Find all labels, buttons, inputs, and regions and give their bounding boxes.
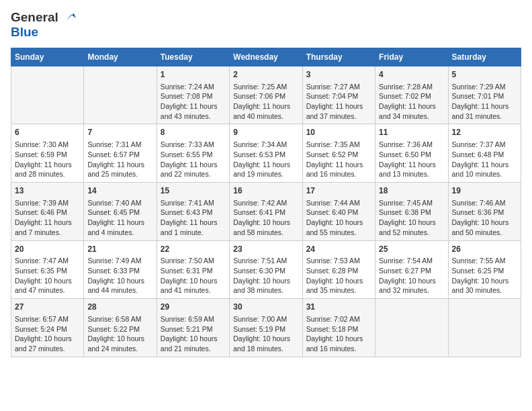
calendar-cell [84,66,157,124]
cell-sun-info: Sunrise: 7:28 AMSunset: 7:02 PMDaylight:… [379,82,444,122]
day-number: 8 [161,127,226,138]
cell-sun-info: Sunrise: 7:45 AMSunset: 6:38 PMDaylight:… [379,198,444,238]
calendar-cell: 5Sunrise: 7:29 AMSunset: 7:01 PMDaylight… [448,66,521,124]
day-number: 26 [452,244,517,255]
day-header-wednesday: Wednesday [230,48,302,66]
calendar-cell: 24Sunrise: 7:53 AMSunset: 6:28 PMDayligh… [302,240,375,299]
day-number: 13 [15,185,80,197]
cell-sun-info: Sunrise: 7:39 AMSunset: 6:46 PMDaylight:… [15,198,80,238]
calendar-cell: 12Sunrise: 7:37 AMSunset: 6:48 PMDayligh… [448,124,521,183]
cell-sun-info: Sunrise: 7:50 AMSunset: 6:31 PMDaylight:… [161,256,226,295]
calendar-week-row: 20Sunrise: 7:47 AMSunset: 6:35 PMDayligh… [11,240,521,299]
day-header-friday: Friday [375,48,448,66]
calendar-cell: 29Sunrise: 6:59 AMSunset: 5:21 PMDayligh… [157,299,229,357]
day-header-saturday: Saturday [448,48,521,66]
day-number: 22 [161,244,226,255]
cell-sun-info: Sunrise: 7:42 AMSunset: 6:41 PMDaylight:… [233,198,298,238]
day-number: 28 [87,302,152,313]
calendar-week-row: 1Sunrise: 7:24 AMSunset: 7:08 PMDaylight… [11,66,521,124]
page-header: General Blue [11,11,521,40]
cell-sun-info: Sunrise: 7:54 AMSunset: 6:27 PMDaylight:… [379,256,444,295]
day-number: 15 [161,185,226,197]
cell-sun-info: Sunrise: 7:00 AMSunset: 5:19 PMDaylight:… [233,314,298,354]
cell-sun-info: Sunrise: 7:31 AMSunset: 6:57 PMDaylight:… [87,140,152,179]
day-number: 17 [306,185,371,197]
calendar-cell: 26Sunrise: 7:55 AMSunset: 6:25 PMDayligh… [448,240,521,299]
cell-sun-info: Sunrise: 7:25 AMSunset: 7:06 PMDaylight:… [233,82,298,122]
calendar-cell: 6Sunrise: 7:30 AMSunset: 6:59 PMDaylight… [11,124,84,183]
cell-sun-info: Sunrise: 6:58 AMSunset: 5:22 PMDaylight:… [87,314,152,354]
cell-sun-info: Sunrise: 7:46 AMSunset: 6:36 PMDaylight:… [452,198,517,238]
day-number: 30 [233,302,298,313]
day-header-tuesday: Tuesday [157,48,229,66]
cell-sun-info: Sunrise: 7:36 AMSunset: 6:50 PMDaylight:… [379,140,444,179]
calendar-cell: 16Sunrise: 7:42 AMSunset: 6:41 PMDayligh… [230,182,302,240]
day-number: 5 [452,69,517,81]
day-number: 27 [15,302,80,313]
day-number: 9 [233,127,298,138]
day-number: 2 [233,69,298,81]
cell-sun-info: Sunrise: 7:33 AMSunset: 6:55 PMDaylight:… [161,140,226,179]
day-number: 14 [87,185,152,197]
calendar-cell: 8Sunrise: 7:33 AMSunset: 6:55 PMDaylight… [157,124,229,183]
day-number: 11 [379,127,444,138]
cell-sun-info: Sunrise: 7:35 AMSunset: 6:52 PMDaylight:… [306,140,371,179]
calendar-cell: 22Sunrise: 7:50 AMSunset: 6:31 PMDayligh… [157,240,229,299]
cell-sun-info: Sunrise: 7:40 AMSunset: 6:45 PMDaylight:… [87,198,152,238]
day-number: 25 [379,244,444,255]
logo-blue: Blue [11,26,79,40]
cell-sun-info: Sunrise: 7:27 AMSunset: 7:04 PMDaylight:… [306,82,371,122]
cell-sun-info: Sunrise: 7:47 AMSunset: 6:35 PMDaylight:… [15,256,80,295]
cell-sun-info: Sunrise: 6:59 AMSunset: 5:21 PMDaylight:… [161,314,226,354]
day-number: 16 [233,185,298,197]
calendar-cell: 13Sunrise: 7:39 AMSunset: 6:46 PMDayligh… [11,182,84,240]
calendar-cell: 25Sunrise: 7:54 AMSunset: 6:27 PMDayligh… [375,240,448,299]
cell-sun-info: Sunrise: 7:41 AMSunset: 6:43 PMDaylight:… [161,198,226,238]
calendar-week-row: 27Sunrise: 6:57 AMSunset: 5:24 PMDayligh… [11,299,521,357]
day-number: 23 [233,244,298,255]
cell-sun-info: Sunrise: 7:37 AMSunset: 6:48 PMDaylight:… [452,140,517,179]
day-number: 12 [452,127,517,138]
day-number: 1 [161,69,226,81]
calendar-cell [375,299,448,357]
day-number: 19 [452,185,517,197]
day-number: 20 [15,244,80,255]
calendar-table: SundayMondayTuesdayWednesdayThursdayFrid… [11,48,521,357]
calendar-week-row: 6Sunrise: 7:30 AMSunset: 6:59 PMDaylight… [11,124,521,183]
calendar-cell [11,66,84,124]
calendar-cell: 15Sunrise: 7:41 AMSunset: 6:43 PMDayligh… [157,182,229,240]
cell-sun-info: Sunrise: 7:29 AMSunset: 7:01 PMDaylight:… [452,82,517,122]
calendar-cell: 14Sunrise: 7:40 AMSunset: 6:45 PMDayligh… [84,182,157,240]
calendar-cell: 10Sunrise: 7:35 AMSunset: 6:52 PMDayligh… [302,124,375,183]
cell-sun-info: Sunrise: 7:53 AMSunset: 6:28 PMDaylight:… [306,256,371,295]
calendar-cell: 18Sunrise: 7:45 AMSunset: 6:38 PMDayligh… [375,182,448,240]
calendar-cell: 1Sunrise: 7:24 AMSunset: 7:08 PMDaylight… [157,66,229,124]
cell-sun-info: Sunrise: 7:30 AMSunset: 6:59 PMDaylight:… [15,140,80,179]
calendar-cell: 31Sunrise: 7:02 AMSunset: 5:18 PMDayligh… [302,299,375,357]
calendar-body: 1Sunrise: 7:24 AMSunset: 7:08 PMDaylight… [11,66,521,357]
logo-bird-icon [64,11,79,26]
cell-sun-info: Sunrise: 7:02 AMSunset: 5:18 PMDaylight:… [306,314,371,354]
day-number: 6 [15,127,80,138]
cell-sun-info: Sunrise: 7:49 AMSunset: 6:33 PMDaylight:… [87,256,152,295]
day-number: 18 [379,185,444,197]
calendar-header-row: SundayMondayTuesdayWednesdayThursdayFrid… [11,48,521,66]
cell-sun-info: Sunrise: 7:44 AMSunset: 6:40 PMDaylight:… [306,198,371,238]
logo-general: General [11,10,58,24]
day-number: 3 [306,69,371,81]
cell-sun-info: Sunrise: 7:55 AMSunset: 6:25 PMDaylight:… [452,256,517,295]
calendar-cell: 30Sunrise: 7:00 AMSunset: 5:19 PMDayligh… [230,299,302,357]
calendar-cell: 9Sunrise: 7:34 AMSunset: 6:53 PMDaylight… [230,124,302,183]
day-header-monday: Monday [84,48,157,66]
day-number: 21 [87,244,152,255]
calendar-cell: 23Sunrise: 7:51 AMSunset: 6:30 PMDayligh… [230,240,302,299]
day-number: 10 [306,127,371,138]
calendar-cell: 3Sunrise: 7:27 AMSunset: 7:04 PMDaylight… [302,66,375,124]
calendar-cell: 21Sunrise: 7:49 AMSunset: 6:33 PMDayligh… [84,240,157,299]
day-number: 29 [161,302,226,313]
cell-sun-info: Sunrise: 6:57 AMSunset: 5:24 PMDaylight:… [15,314,80,354]
cell-sun-info: Sunrise: 7:24 AMSunset: 7:08 PMDaylight:… [161,82,226,122]
day-number: 7 [87,127,152,138]
svg-marker-0 [66,13,77,21]
day-number: 24 [306,244,371,255]
